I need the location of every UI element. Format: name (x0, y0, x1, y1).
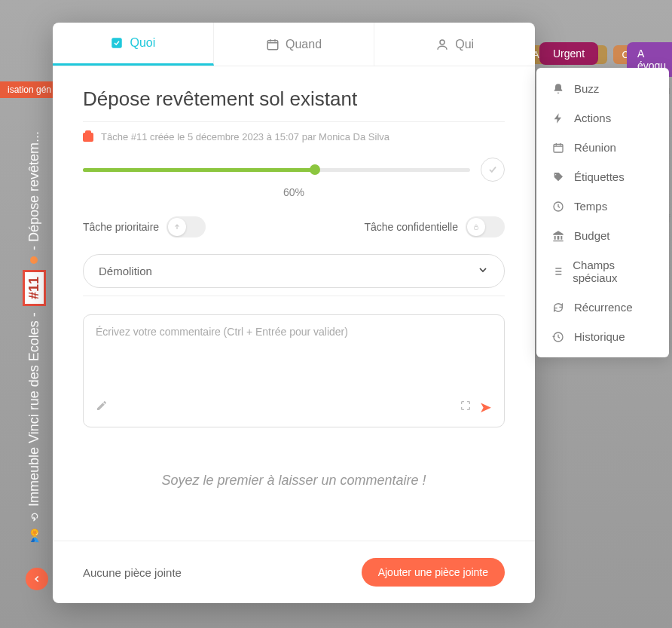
side-item-actions[interactable]: Actions (536, 103, 669, 133)
modal-tabs: Quoi Quand Qui (53, 23, 535, 66)
lock-icon (472, 223, 480, 231)
side-menu: Buzz Actions Réunion Étiquettes Temps Bu… (536, 68, 669, 357)
svg-rect-1 (267, 40, 278, 49)
side-item-budget[interactable]: Budget (536, 221, 669, 250)
svg-rect-0 (112, 38, 123, 48)
refresh-icon (551, 302, 565, 314)
chevron-down-icon (477, 264, 489, 278)
side-label: Budget (574, 229, 610, 242)
divider (83, 296, 505, 296)
briefcase-icon (83, 133, 93, 142)
side-label: Réunion (574, 141, 616, 154)
divider (83, 121, 505, 122)
side-item-etiquettes[interactable]: Étiquettes (536, 162, 669, 191)
progress-row (83, 158, 505, 182)
user-icon (435, 38, 449, 51)
progress-slider[interactable] (83, 168, 470, 172)
calendar-icon (266, 38, 279, 51)
toggle-knob (168, 218, 186, 236)
tab-quand[interactable]: Quand (214, 23, 375, 66)
bell-icon (551, 83, 565, 95)
send-icon[interactable]: ➤ (479, 398, 492, 416)
arrow-up-icon (173, 223, 181, 231)
modal-footer: Aucune pièce jointe Ajouter une pièce jo… (53, 541, 535, 603)
progress-fill (83, 168, 315, 172)
side-label: Temps (574, 200, 607, 213)
confidential-toggle[interactable] (466, 216, 505, 237)
list-icon (551, 265, 564, 277)
expand-icon[interactable] (460, 400, 472, 415)
side-item-reunion[interactable]: Réunion (536, 133, 669, 162)
task-meta-text: Tâche #11 créée le 5 décembre 2023 à 15:… (101, 131, 389, 142)
side-label: Champs spéciaux (573, 259, 654, 284)
svg-rect-4 (554, 144, 563, 152)
priority-toggle-group: Tâche prioritaire (83, 216, 206, 237)
complete-check-button[interactable] (481, 158, 505, 182)
calendar-icon (551, 142, 565, 154)
side-label: Étiquettes (574, 170, 625, 183)
tab-quoi[interactable]: Quoi (53, 23, 214, 66)
bolt-icon (551, 112, 565, 124)
clock-icon (551, 201, 565, 213)
edit-icon[interactable] (96, 400, 108, 415)
toggle-row: Tâche prioritaire Tâche confidentielle (83, 216, 505, 237)
side-label: Récurrence (574, 301, 633, 314)
toggle-knob (467, 218, 485, 236)
task-meta: Tâche #11 créée le 5 décembre 2023 à 15:… (83, 131, 505, 142)
confidential-toggle-group: Tâche confidentielle (364, 216, 505, 237)
side-label: Historique (574, 330, 625, 343)
progress-percent: 60% (83, 186, 505, 198)
tab-label: Quand (286, 38, 322, 51)
side-item-buzz[interactable]: Buzz (536, 74, 669, 103)
empty-comments-text: Soyez le premier à laisser un commentair… (83, 473, 505, 489)
tab-label: Quoi (130, 36, 155, 50)
side-item-champs[interactable]: Champs spéciaux (536, 250, 669, 293)
task-title: Dépose revêtement sol existant (83, 87, 505, 111)
bank-icon (551, 230, 565, 242)
tag-icon (551, 171, 565, 183)
tab-qui[interactable]: Qui (374, 23, 535, 66)
modal-body: Dépose revêtement sol existant Tâche #11… (53, 66, 535, 541)
no-attachment-text: Aucune pièce jointe (83, 566, 182, 579)
priority-toggle[interactable] (166, 216, 206, 237)
add-attachment-button[interactable]: Ajouter une pièce jointe (362, 558, 505, 587)
side-item-recurrence[interactable]: Récurrence (536, 293, 669, 322)
vertical-task-num: #11 (23, 270, 46, 306)
vertical-task-label: 🏅 ⟲ Immeuble Vinci rue des Ecoles - #11 … (23, 90, 46, 543)
side-label: Buzz (574, 82, 599, 95)
side-label: Actions (574, 112, 611, 124)
side-item-historique[interactable]: Historique (536, 322, 669, 351)
svg-point-2 (440, 40, 444, 44)
task-modal: Quoi Quand Qui Dépose revêtement sol exi… (53, 23, 535, 603)
priority-label: Tâche prioritaire (83, 221, 159, 233)
comment-box[interactable]: Écrivez votre commentaire (Ctrl + Entrée… (83, 314, 505, 427)
back-button[interactable] (26, 568, 48, 590)
svg-rect-3 (475, 227, 478, 230)
comment-placeholder: Écrivez votre commentaire (Ctrl + Entrée… (96, 326, 492, 338)
tag-urgent[interactable]: Urgent (539, 42, 598, 65)
checkbox-icon (110, 36, 124, 50)
side-item-temps[interactable]: Temps (536, 191, 669, 221)
confidential-label: Tâche confidentielle (364, 221, 458, 233)
comment-footer: ➤ (96, 398, 492, 416)
category-value: Démolition (99, 265, 152, 277)
tab-label: Qui (455, 38, 474, 51)
history-icon (551, 331, 565, 343)
progress-handle[interactable] (310, 164, 320, 175)
category-select[interactable]: Démolition (83, 254, 505, 288)
